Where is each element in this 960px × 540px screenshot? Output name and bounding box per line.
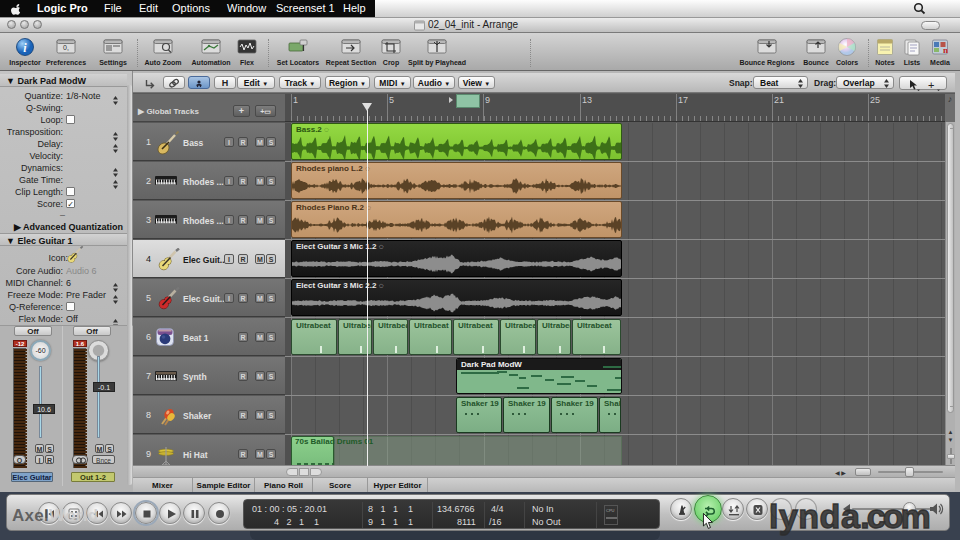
svg-text:0,: 0,	[63, 44, 69, 51]
svg-text:n: n	[943, 45, 948, 55]
svg-text:+: +	[928, 79, 934, 91]
